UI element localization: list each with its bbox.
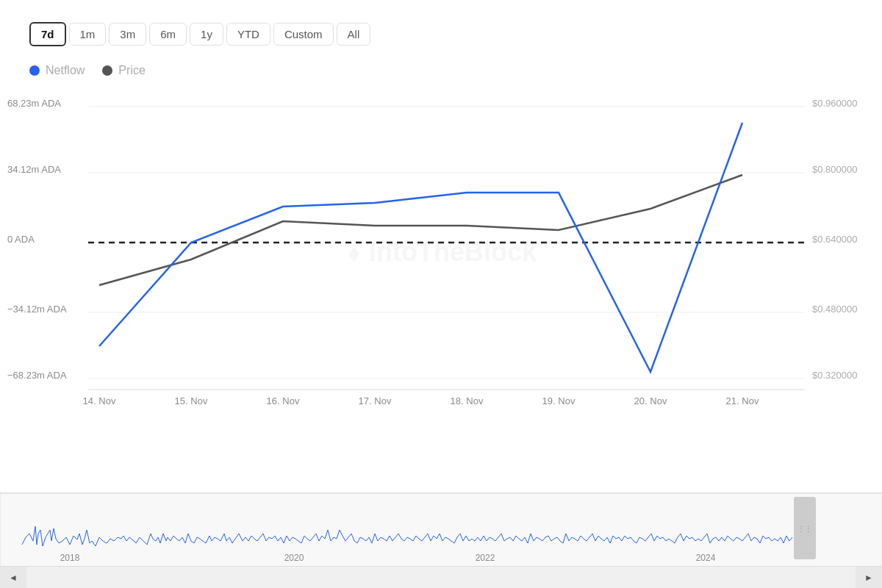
scroll-track[interactable] <box>26 567 856 588</box>
scroll-left-button[interactable]: ◄ <box>0 567 26 589</box>
time-btn-6m[interactable]: 6m <box>149 23 187 46</box>
page-container: 7d1m3m6m1yYTDCustomAll Netflow Price 68.… <box>0 0 882 588</box>
price-label-2: $0.800000 <box>812 164 857 175</box>
mini-chart-border <box>0 493 882 566</box>
price-label-4: $0.480000 <box>812 304 857 315</box>
time-btn-ytd[interactable]: YTD <box>226 23 270 46</box>
x-label-2: 15. Nov <box>175 395 208 406</box>
price-dot <box>102 65 112 76</box>
price-label-3: $0.640000 <box>812 234 857 245</box>
time-btn-7d[interactable]: 7d <box>29 22 66 46</box>
mini-year-2020: 2020 <box>284 553 304 563</box>
y-label-1: 68.23m ADA <box>7 98 61 109</box>
scrollbar: ◄ ► <box>0 566 882 588</box>
x-label-7: 20. Nov <box>634 395 667 406</box>
legend-price-label: Price <box>118 64 145 77</box>
mini-year-2022: 2022 <box>476 553 495 563</box>
mini-netflow-line <box>22 526 792 546</box>
y-label-4: −34.12m ADA <box>7 304 67 315</box>
mini-chart-container: ⋮⋮ 2018 2020 2022 2024 <box>0 492 882 566</box>
price-label-1: $0.960000 <box>812 98 857 109</box>
mini-year-2024: 2024 <box>696 553 716 563</box>
mini-chart-svg: ⋮⋮ 2018 2020 2022 2024 <box>0 493 882 566</box>
scroll-right-button[interactable]: ► <box>856 567 882 589</box>
main-chart-svg: 68.23m ADA 34.12m ADA 0 ADA −34.12m ADA … <box>0 85 882 445</box>
time-btn-1y[interactable]: 1y <box>190 23 223 46</box>
time-btn-custom[interactable]: Custom <box>273 23 334 46</box>
legend-price: Price <box>102 64 145 77</box>
time-btn-all[interactable]: All <box>337 23 371 46</box>
chart-container: 68.23m ADA 34.12m ADA 0 ADA −34.12m ADA … <box>0 85 882 492</box>
mini-year-2018: 2018 <box>60 553 80 563</box>
time-btn-1m[interactable]: 1m <box>69 23 107 46</box>
y-label-2: 34.12m ADA <box>7 164 61 175</box>
watermark: ⬧ IntoTheBlock <box>345 237 537 267</box>
price-line <box>99 175 742 285</box>
x-label-5: 18. Nov <box>451 395 484 406</box>
time-range-bar: 7d1m3m6m1yYTDCustomAll <box>0 15 882 54</box>
x-label-8: 21. Nov <box>726 395 759 406</box>
x-label-4: 17. Nov <box>359 395 392 406</box>
range-handle-icon: ⋮⋮ <box>797 525 812 533</box>
time-btn-3m[interactable]: 3m <box>109 23 146 46</box>
price-label-5: $0.320000 <box>812 370 857 381</box>
y-label-3: 0 ADA <box>7 234 35 245</box>
x-label-3: 16. Nov <box>267 395 300 406</box>
x-label-1: 14. Nov <box>83 395 116 406</box>
legend-netflow-label: Netflow <box>46 64 85 77</box>
legend-netflow: Netflow <box>29 64 85 77</box>
y-label-5: −68.23m ADA <box>7 370 67 381</box>
netflow-dot <box>29 65 40 76</box>
x-label-6: 19. Nov <box>542 395 576 406</box>
chart-legend: Netflow Price <box>0 57 882 85</box>
